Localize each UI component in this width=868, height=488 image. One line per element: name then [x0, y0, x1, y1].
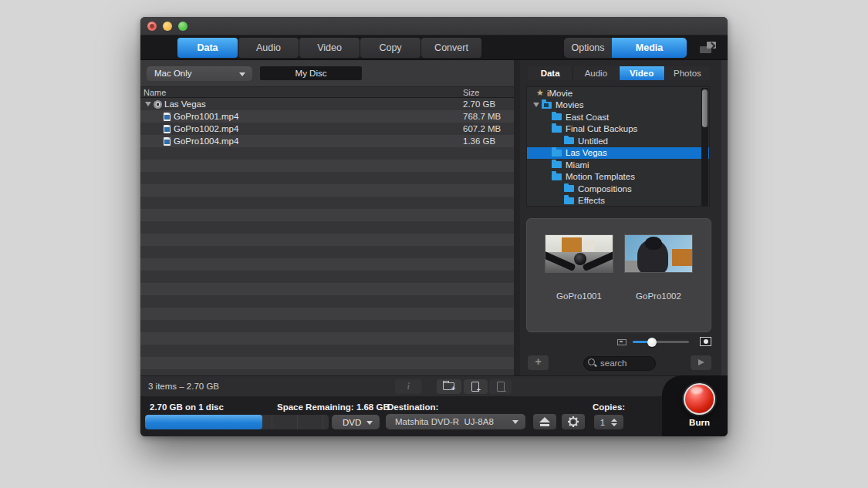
file-row-las-vegas[interactable]: Las Vegas 2.70 GB [140, 98, 514, 110]
file-list: Las Vegas 2.70 GB GoPro1001.mp4 768.7 MB… [140, 98, 514, 375]
tree-item-east-coast[interactable]: East Coast [527, 111, 709, 123]
tree-item-las-vegas[interactable]: Las Vegas [527, 147, 709, 160]
filesystem-select[interactable]: Mac Only [147, 66, 252, 81]
burn-button[interactable] [684, 383, 715, 415]
gear-icon [567, 416, 579, 428]
stepper-arrows [611, 419, 617, 426]
slider-knob[interactable] [647, 338, 657, 347]
magnifier-icon [588, 358, 596, 367]
list-action-buttons [395, 379, 512, 394]
tree-scrollbar[interactable] [701, 88, 708, 207]
eject-button[interactable] [533, 414, 556, 429]
column-name[interactable]: Name [144, 88, 166, 97]
file-row-gopro1001[interactable]: GoPro1001.mp4 768.7 MB [140, 110, 514, 123]
thumb-art [574, 253, 586, 265]
folder-icon [552, 173, 562, 180]
tree-label: Miami [566, 160, 589, 170]
file-row-gopro1002[interactable]: GoPro1002.mp4 607.2 MB [140, 123, 514, 135]
video-thumbnail-gopro1001[interactable] [545, 234, 613, 273]
media-type-select[interactable]: DVD [332, 415, 380, 429]
tree-label: Las Vegas [566, 148, 607, 157]
status-strip: 3 items – 2.70 GB [140, 375, 728, 396]
settings-button[interactable] [562, 414, 585, 429]
imovie-star-icon: ★ [536, 89, 544, 97]
tab-audio[interactable]: Audio [238, 38, 299, 58]
tree-item-imovie[interactable]: ★ iMovie [527, 87, 709, 99]
file-name: Las Vegas [164, 99, 206, 109]
folder-icon [552, 126, 562, 133]
burn-app-window: Data Audio Video Copy Convert Options Me… [140, 17, 728, 436]
movies-folder-icon [542, 102, 552, 109]
tree-item-miami[interactable]: Miami [527, 159, 709, 171]
tree-item-movies[interactable]: Movies [527, 99, 709, 112]
burn-corner: Burn [662, 375, 728, 436]
close-button[interactable] [147, 22, 157, 31]
gauge-fill [145, 415, 262, 429]
add-media-button[interactable]: + [528, 355, 549, 370]
video-file-icon [164, 137, 171, 146]
content-area: Mac Only Name Size Las Vegas 2.70 GB [140, 60, 728, 375]
tree-scrollbar-thumb[interactable] [702, 89, 708, 127]
burn-button-label: Burn [662, 418, 728, 427]
disc-pane: Mac Only Name Size Las Vegas 2.70 GB [140, 60, 520, 375]
tree-item-final-cut-backups[interactable]: Final Cut Backups [527, 123, 709, 136]
media-tab-video[interactable]: Video [620, 66, 665, 80]
chevron-down-icon [239, 72, 245, 76]
folder-icon [564, 137, 574, 144]
tab-convert[interactable]: Convert [421, 38, 481, 58]
minimize-button[interactable] [163, 22, 172, 31]
tab-video[interactable]: Video [299, 38, 360, 58]
media-tab-photos[interactable]: Photos [665, 66, 710, 80]
search-field-wrap [583, 355, 656, 370]
thumb-art [583, 241, 596, 251]
tree-item-compositions[interactable]: Compositions [527, 183, 709, 195]
disclosure-triangle-icon[interactable] [145, 102, 151, 106]
zoom-button[interactable] [178, 22, 187, 31]
thumbnail-size-slider[interactable] [633, 341, 689, 343]
destination-select[interactable]: Matshita DVD-R UJ-8A8 [386, 414, 525, 429]
folder-icon [564, 185, 574, 192]
options-toggle-button[interactable]: Options [564, 38, 612, 58]
burn-bar: 2.70 GB on 1 disc Space Remaining: 1.68 … [140, 396, 728, 436]
file-name: GoPro1001.mp4 [174, 112, 238, 121]
tree-label: Compositions [578, 184, 632, 194]
tab-copy[interactable]: Copy [360, 38, 420, 58]
copies-stepper[interactable]: 1 [594, 415, 623, 429]
folder-icon [564, 197, 574, 204]
remove-file-button[interactable] [489, 379, 512, 394]
media-browser-toggle-icon[interactable] [700, 42, 718, 54]
small-thumbnails-icon [617, 339, 627, 345]
stepper-down-icon[interactable] [611, 423, 617, 426]
thumbnail-zoom-row [520, 337, 711, 348]
media-toggle-button[interactable]: Media [612, 38, 687, 58]
disc-icon [154, 100, 162, 109]
destination-label: Destination: [387, 402, 438, 412]
tree-item-untitled[interactable]: Untitled [527, 135, 709, 147]
toggle-front-shape [707, 42, 716, 49]
file-row-gopro1004[interactable]: GoPro1004.mp4 1.36 GB [140, 135, 514, 147]
add-file-button[interactable] [464, 379, 488, 394]
media-tab-data[interactable]: Data [528, 66, 573, 80]
chevron-down-icon [366, 421, 373, 425]
media-browser-footer: + [520, 355, 721, 371]
tab-bar: Data Audio Video Copy Convert Options Me… [140, 35, 728, 60]
preview-play-button[interactable] [691, 355, 711, 370]
tab-data[interactable]: Data [177, 38, 238, 58]
column-size[interactable]: Size [463, 88, 479, 97]
tree-item-effects[interactable]: Effects [527, 195, 709, 207]
info-button[interactable] [395, 379, 422, 394]
title-bar [140, 17, 728, 35]
stepper-up-icon[interactable] [611, 419, 617, 422]
file-size: 2.70 GB [463, 99, 495, 109]
panel-toggle: Options Media [564, 38, 687, 58]
folder-icon [552, 150, 562, 156]
video-file-icon [164, 125, 171, 133]
tree-label: Final Cut Backups [566, 124, 637, 133]
disclosure-triangle-icon[interactable] [533, 103, 539, 107]
media-tab-audio[interactable]: Audio [573, 66, 619, 80]
new-folder-button[interactable] [437, 379, 461, 394]
tree-item-motion-templates[interactable]: Motion Templates [527, 171, 709, 183]
disc-name-field[interactable] [260, 66, 362, 80]
tree-label: Movies [556, 100, 583, 109]
video-thumbnail-gopro1002[interactable] [624, 234, 693, 273]
